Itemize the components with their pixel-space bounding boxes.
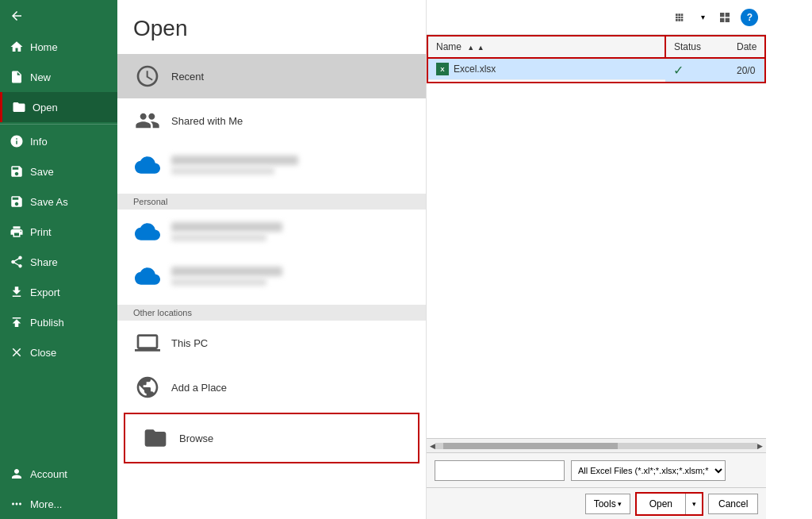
location-this-pc-text: This PC	[171, 337, 208, 349]
open-button-group: Open ▾	[635, 492, 703, 516]
location-shared[interactable]: Shared with Me	[117, 98, 426, 143]
sidebar-item-open[interactable]: Open	[0, 92, 117, 122]
sidebar-label-more: More...	[30, 498, 62, 510]
sidebar-label-home: Home	[30, 41, 58, 53]
cloud-icon-2	[133, 217, 162, 246]
open-title: Open	[117, 16, 426, 54]
location-onedrive-work-sub	[171, 167, 274, 175]
sidebar-label-print: Print	[30, 226, 52, 238]
location-add-place[interactable]: Add a Place	[117, 365, 426, 409]
scroll-left-arrow[interactable]: ◀	[430, 442, 435, 450]
clock-icon	[133, 62, 162, 90]
sidebar-item-export[interactable]: Export	[0, 277, 117, 307]
sidebar-item-new[interactable]: New	[0, 62, 117, 92]
sidebar-item-publish[interactable]: Publish	[0, 307, 117, 337]
location-recent[interactable]: Recent	[117, 54, 426, 98]
location-personal2-name	[171, 267, 282, 276]
bottom-filename-bar: All Excel Files (*.xl*;*.xlsx;*.xlsm;*	[427, 452, 766, 487]
sidebar-item-save[interactable]: Save	[0, 156, 117, 186]
filetype-select[interactable]: All Excel Files (*.xl*;*.xlsx;*.xlsm;*	[571, 460, 726, 481]
bottom-actions-bar: Tools ▾ Open ▾ Cancel	[427, 487, 766, 519]
column-name[interactable]: Name ▲	[427, 36, 665, 58]
location-this-pc[interactable]: This PC	[117, 321, 426, 365]
file-date-cell: 20/0	[729, 58, 765, 83]
location-recent-name: Recent	[171, 71, 204, 83]
open-button[interactable]: Open	[637, 494, 686, 514]
table-row[interactable]: X Excel.xlsx ✓ 20/0	[427, 58, 765, 83]
open-dropdown-arrow[interactable]: ▾	[686, 494, 702, 514]
open-panel: Open Recent Shared with Me	[117, 0, 766, 519]
location-personal1-sub	[171, 234, 266, 241]
location-onedrive-work-name	[171, 156, 298, 165]
location-add-place-name: Add a Place	[171, 382, 227, 394]
help-icon: ?	[747, 12, 753, 23]
sidebar-item-print[interactable]: Print	[0, 217, 117, 247]
location-onedrive-personal2[interactable]	[117, 254, 426, 298]
status-synced-icon: ✓	[673, 63, 684, 77]
excel-file-icon: X	[436, 63, 449, 75]
cancel-button[interactable]: Cancel	[708, 494, 758, 514]
tools-arrow: ▾	[618, 500, 622, 508]
sidebar: Home New Open Info Save Save As Print Sh…	[0, 0, 117, 519]
cloud-icon	[133, 151, 162, 179]
tools-button[interactable]: Tools ▾	[585, 494, 630, 514]
people-icon	[133, 106, 162, 135]
sidebar-item-share[interactable]: Share	[0, 247, 117, 277]
folder-icon	[141, 424, 170, 452]
open-locations: Open Recent Shared with Me	[117, 0, 427, 519]
sidebar-label-close: Close	[30, 347, 56, 359]
help-button[interactable]: ?	[741, 9, 758, 26]
location-browse[interactable]: Browse	[124, 413, 419, 463]
sidebar-item-account[interactable]: Account	[0, 459, 117, 489]
location-add-place-text: Add a Place	[171, 382, 227, 394]
location-personal1-name	[171, 222, 282, 232]
sidebar-item-close[interactable]: Close	[0, 337, 117, 367]
file-browser: ▾ ? Name ▲ Status	[427, 0, 766, 519]
file-browser-toolbar: ▾ ?	[427, 0, 766, 35]
sidebar-label-share: Share	[30, 256, 58, 268]
pane-button[interactable]	[714, 6, 736, 29]
file-list-area: Name ▲ Status Date X	[427, 35, 766, 438]
sidebar-label-save-as: Save As	[30, 196, 68, 208]
sidebar-item-save-as[interactable]: Save As	[0, 186, 117, 217]
view-dropdown-button[interactable]: ▾	[696, 6, 709, 29]
open-arrow-icon: ▾	[692, 500, 696, 508]
sidebar-label-save: Save	[30, 166, 54, 178]
scroll-track[interactable]	[435, 443, 757, 449]
view-toggle-button[interactable]	[669, 6, 691, 29]
sidebar-label-new: New	[30, 71, 51, 83]
sidebar-label-account: Account	[30, 468, 67, 480]
horizontal-scrollbar[interactable]: ◀ ▶	[427, 438, 766, 452]
tools-label: Tools	[594, 498, 616, 509]
dropdown-arrow: ▾	[701, 13, 705, 21]
location-shared-text: Shared with Me	[171, 115, 243, 127]
sidebar-item-home[interactable]: Home	[0, 32, 117, 62]
scroll-thumb[interactable]	[443, 443, 618, 449]
sidebar-item-info[interactable]: Info	[0, 126, 117, 156]
cloud-icon-3	[133, 262, 162, 290]
section-other: Other locations	[117, 305, 426, 321]
globe-icon	[133, 373, 162, 402]
file-name: Excel.xlsx	[454, 63, 496, 75]
location-browse-text: Browse	[179, 432, 213, 444]
file-table: Name ▲ Status Date X	[427, 35, 766, 83]
filename-input[interactable]	[435, 460, 565, 481]
table-header-row: Name ▲ Status Date	[427, 36, 765, 58]
location-onedrive-work-text	[171, 156, 298, 175]
sidebar-label-open: Open	[33, 102, 58, 113]
sort-arrow: ▲	[467, 44, 474, 52]
scroll-right-arrow[interactable]: ▶	[757, 442, 763, 450]
column-date[interactable]: Date	[729, 36, 765, 58]
location-onedrive-personal1[interactable]	[117, 210, 426, 254]
back-button[interactable]	[0, 0, 117, 32]
location-onedrive-work[interactable]	[117, 143, 426, 187]
sidebar-label-info: Info	[30, 136, 48, 148]
section-personal: Personal	[117, 194, 426, 210]
sidebar-item-more[interactable]: More...	[0, 489, 117, 519]
location-this-pc-name: This PC	[171, 337, 208, 349]
column-status[interactable]: Status	[665, 36, 729, 58]
sidebar-label-export: Export	[30, 286, 60, 298]
location-personal2-sub	[171, 279, 266, 286]
sidebar-label-publish: Publish	[30, 317, 64, 329]
location-personal2-text	[171, 267, 282, 286]
